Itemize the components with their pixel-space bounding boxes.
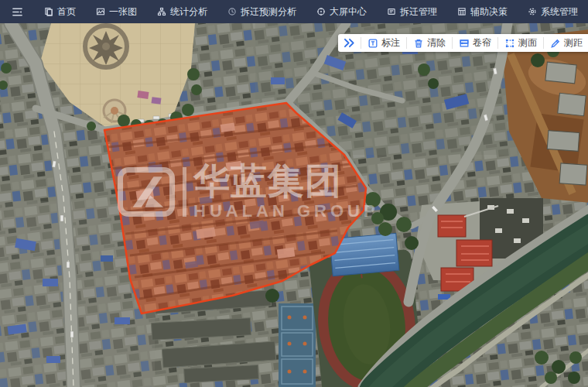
nav-item-decision[interactable]: 辅助决策 xyxy=(447,0,518,23)
map-canvas[interactable]: 华蓝集团 HUALAN GROUP 标注 清除 卷帘 测面 xyxy=(0,23,588,387)
nav-item-label: 系统管理 xyxy=(541,5,578,19)
nav-item-label: 拆迁管理 xyxy=(400,5,437,19)
satellite-basemap xyxy=(0,23,588,387)
basketball-courts xyxy=(279,303,316,387)
nav-item-bigscreen[interactable]: 大屏中心 xyxy=(306,0,377,23)
text-annotation-icon xyxy=(368,38,378,49)
nav-item-demolition-mgmt[interactable]: 拆迁管理 xyxy=(377,0,447,23)
toolbar-label: 测面 xyxy=(518,36,537,50)
toolbar-collapse-chevrons-icon[interactable] xyxy=(338,38,361,48)
trash-icon xyxy=(413,38,424,49)
nav-item-one-map[interactable]: 一张图 xyxy=(86,0,147,23)
nav-item-label: 首页 xyxy=(57,5,76,19)
demolition-gis-app: 首页 一张图 统计分析 拆迁预测分析 大屏中心 拆迁管理 xyxy=(0,0,588,387)
toolbar-label: 标注 xyxy=(381,36,400,50)
nav-item-label: 统计分析 xyxy=(170,5,207,19)
nav-item-label: 一张图 xyxy=(109,5,137,19)
toolbar-label: 卷帘 xyxy=(473,36,491,50)
measure-area-icon xyxy=(504,38,515,49)
annotate-button[interactable]: 标注 xyxy=(361,37,406,49)
swipe-curtain-icon xyxy=(459,38,470,49)
toolbar-label: 测距 xyxy=(564,36,583,50)
measure-distance-button[interactable]: 测距 xyxy=(543,37,588,49)
stats-nodes-icon xyxy=(157,7,166,16)
map-image-icon xyxy=(96,7,105,16)
measure-distance-icon xyxy=(550,38,561,49)
measure-area-button[interactable]: 测面 xyxy=(497,37,543,49)
prediction-clock-icon xyxy=(227,7,237,16)
nav-item-home[interactable]: 首页 xyxy=(34,0,86,23)
nav-item-statistics[interactable]: 统计分析 xyxy=(147,0,217,23)
toolbar-label: 清除 xyxy=(427,36,446,50)
nav-item-label: 辅助决策 xyxy=(470,5,508,19)
gear-icon xyxy=(528,7,537,16)
files-icon xyxy=(44,7,53,16)
clear-button[interactable]: 清除 xyxy=(406,37,452,49)
map-toolbar: 标注 清除 卷帘 测面 测距 定位 xyxy=(338,34,588,52)
swipe-button[interactable]: 卷帘 xyxy=(452,37,497,49)
decision-grid-icon xyxy=(457,7,467,16)
nav-item-prediction[interactable]: 拆迁预测分析 xyxy=(217,0,306,23)
top-navbar: 首页 一张图 统计分析 拆迁预测分析 大屏中心 拆迁管理 xyxy=(0,0,588,23)
bigscreen-compass-icon xyxy=(316,7,326,16)
nav-menu: 首页 一张图 统计分析 拆迁预测分析 大屏中心 拆迁管理 xyxy=(34,0,588,23)
nav-item-label: 大屏中心 xyxy=(330,5,367,19)
management-card-icon xyxy=(387,7,396,16)
nav-item-system[interactable]: 系统管理 xyxy=(518,0,588,23)
menu-fold-icon[interactable] xyxy=(11,5,23,18)
nav-item-label: 拆迁预测分析 xyxy=(241,5,296,19)
